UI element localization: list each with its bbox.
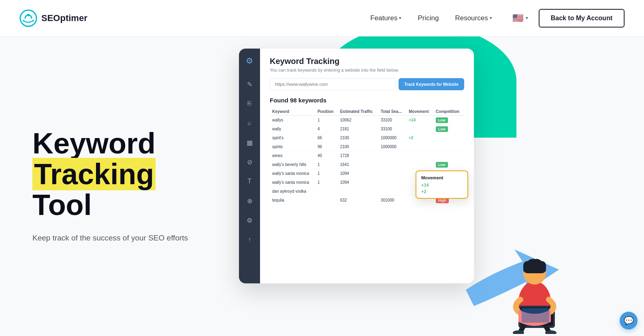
cell-keyword: spirit's <box>270 134 315 142</box>
cell-movement: +14 <box>406 116 433 125</box>
col-traffic: Estimated Traffic <box>338 108 378 116</box>
cell-movement: +2 <box>406 134 433 142</box>
cell-traffic <box>338 187 378 196</box>
cell-movement <box>406 160 433 169</box>
sidebar-globe-icon: ⊕ <box>244 195 255 206</box>
dashboard-sidebar: ⚙ ✎ ⎘ ⌕ ▦ ⊘ T ⊕ ⚙ ↑ <box>239 49 260 283</box>
language-selector[interactable]: 🇺🇸 ▾ <box>508 11 532 26</box>
table-row: spirit's 66 2100 1000000 +2 <box>270 134 464 142</box>
search-bar: Track Keywords for Website <box>270 78 464 90</box>
logo-icon <box>19 9 37 27</box>
cell-position: 96 <box>315 142 338 151</box>
col-total: Total Sea... <box>378 108 406 116</box>
logo[interactable]: SEOptimer <box>19 9 87 27</box>
hero-subtitle: Keep track of the success of your SEO ef… <box>32 232 203 244</box>
table-row: wallys 1 10062 33100 +14 Low <box>270 116 464 125</box>
dashboard-mockup: ⚙ ✎ ⎘ ⌕ ▦ ⊘ T ⊕ ⚙ ↑ Keyword Tracking You… <box>239 49 474 283</box>
chevron-down-icon: ▾ <box>526 15 528 21</box>
hero-title: Keyword Tracking Tool <box>32 128 227 220</box>
svg-point-2 <box>23 20 24 21</box>
svg-rect-11 <box>522 308 549 323</box>
cell-keyword: wally <box>270 125 315 134</box>
cell-position: 66 <box>315 134 338 142</box>
cell-position <box>315 196 338 205</box>
cell-competition: Low <box>433 160 464 169</box>
col-keyword: Keyword <box>270 108 315 116</box>
cell-competition <box>433 151 464 160</box>
cell-traffic: 1094 <box>338 178 378 187</box>
cell-total: 1000000 <box>378 142 406 151</box>
chat-icon: 💬 <box>624 316 634 325</box>
sidebar-export-icon: ↑ <box>244 234 255 245</box>
cell-total <box>378 178 406 187</box>
dashboard-title: Keyword Tracking <box>270 57 464 66</box>
cell-traffic: 632 <box>338 196 378 205</box>
svg-point-0 <box>20 10 36 26</box>
hero-left: Keyword Tracking Tool Keep track of the … <box>32 128 227 244</box>
table-row: spirits 96 2100 1000000 <box>270 142 464 151</box>
website-input[interactable] <box>270 78 395 90</box>
logo-text: SEOptimer <box>41 13 87 23</box>
nav-right: 🇺🇸 ▾ Back to My Account <box>508 9 625 28</box>
hero-section: Keyword Tracking Tool Keep track of the … <box>0 36 644 336</box>
cell-keyword: wally's santa monica <box>270 169 315 178</box>
cell-keyword: wines <box>270 151 315 160</box>
back-to-account-button[interactable]: Back to My Account <box>539 9 625 28</box>
nav-features[interactable]: Features ▾ <box>370 14 401 22</box>
cell-position: 1 <box>315 169 338 178</box>
cell-position: 1 <box>315 178 338 187</box>
cell-total: 301000 <box>378 196 406 205</box>
navigation: SEOptimer Features ▾ Pricing Resources ▾… <box>0 0 644 36</box>
cell-total: 33100 <box>378 125 406 134</box>
cell-total <box>378 169 406 178</box>
svg-point-3 <box>32 20 34 21</box>
dashboard-main: Keyword Tracking You can track keywords … <box>260 49 474 283</box>
cell-competition: Low <box>433 116 464 125</box>
movement-value-1: +14 <box>421 183 463 187</box>
cell-traffic: 2181 <box>338 125 378 134</box>
track-keywords-button[interactable]: Track Keywords for Website <box>399 78 464 90</box>
sidebar-text-icon: T <box>244 176 255 187</box>
nav-resources[interactable]: Resources ▾ <box>455 14 492 22</box>
cell-competition <box>433 134 464 142</box>
movement-popup-title: Movement <box>421 175 463 180</box>
chat-bubble[interactable]: 💬 <box>620 312 638 330</box>
col-movement: Movement <box>406 108 433 116</box>
cell-movement <box>406 151 433 160</box>
cell-keyword: wally's beverly hills <box>270 160 315 169</box>
cell-keyword: tequila <box>270 196 315 205</box>
nav-pricing[interactable]: Pricing <box>418 14 439 22</box>
cell-position: 1 <box>315 116 338 125</box>
cell-keyword: wallys <box>270 116 315 125</box>
nav-links: Features ▾ Pricing Resources ▾ <box>370 14 492 22</box>
cell-traffic: 2100 <box>338 134 378 142</box>
cell-total: 33100 <box>378 116 406 125</box>
chevron-down-icon: ▾ <box>490 15 492 21</box>
cell-position <box>315 187 338 196</box>
sidebar-brush-icon: ⊘ <box>244 156 255 168</box>
cell-traffic: 1641 <box>338 160 378 169</box>
cell-position: 1 <box>315 160 338 169</box>
cell-keyword: spirits <box>270 142 315 151</box>
found-keywords-label: Found 98 keywords <box>270 97 464 104</box>
movement-value-2: +2 <box>421 189 463 194</box>
cell-movement <box>406 125 433 134</box>
movement-popup: Movement +14 +2 <box>416 170 468 199</box>
cell-competition: Low <box>433 125 464 134</box>
table-row: wally's beverly hills 1 1641 Low <box>270 160 464 169</box>
flag-icon: 🇺🇸 <box>512 13 523 23</box>
cell-total <box>378 160 406 169</box>
cell-traffic: 2100 <box>338 142 378 151</box>
cell-competition <box>433 142 464 151</box>
svg-point-1 <box>27 14 30 16</box>
sidebar-search-icon: ⌕ <box>244 117 255 129</box>
cell-keyword: dan aykroyd vodka <box>270 187 315 196</box>
sidebar-edit-icon: ✎ <box>244 79 255 90</box>
table-row: wines 40 1728 <box>270 151 464 160</box>
sidebar-settings-icon: ⚙ <box>244 215 255 226</box>
cell-movement <box>406 142 433 151</box>
svg-rect-6 <box>523 261 546 273</box>
cell-keyword: wally's santa monica <box>270 178 315 187</box>
sidebar-chart-icon: ▦ <box>244 137 255 148</box>
col-position: Position <box>315 108 338 116</box>
